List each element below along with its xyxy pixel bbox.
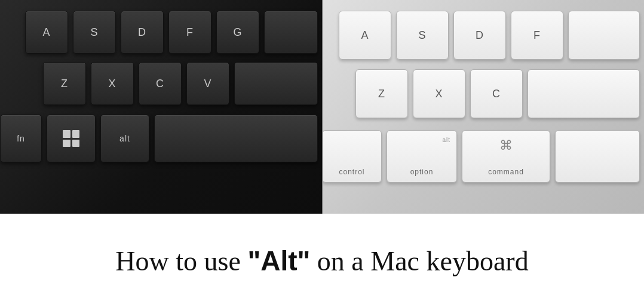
command-symbol-icon: ⌘ [499, 138, 513, 153]
keyboard-divider [322, 0, 323, 214]
light-key-command: ⌘ command [462, 130, 550, 183]
dark-key-g: G [216, 11, 259, 54]
dark-key-fn: fn [0, 115, 42, 162]
headline-suffix: on a Mac keyboard [310, 246, 528, 276]
light-keyboard: A S D F Z X C control alt option ⌘ comma… [322, 0, 644, 214]
keyboard-comparison: A S D F G Z X C V fn alt A S D F Z X C [0, 0, 644, 214]
headline-prefix: How to use [115, 246, 247, 276]
light-key-spacebar [555, 130, 640, 183]
light-key-c: C [470, 69, 523, 118]
dark-key-z: Z [43, 62, 86, 105]
light-key-z: Z [355, 69, 408, 118]
dark-key-f: F [168, 11, 211, 54]
dark-key-b [234, 62, 318, 105]
light-key-g-partial [568, 11, 640, 60]
dark-key-alt: alt [100, 115, 149, 162]
dark-key-d: D [121, 11, 164, 54]
dark-keyboard: A S D F G Z X C V fn alt [0, 0, 322, 214]
light-key-x: X [413, 69, 465, 118]
light-key-f: F [511, 11, 563, 60]
headline-highlight: "Alt" [247, 245, 310, 276]
light-key-partial [528, 69, 640, 118]
light-key-a: A [339, 11, 391, 60]
headline-text: How to use "Alt" on a Mac keyboard [115, 245, 528, 277]
windows-logo-icon [63, 130, 79, 147]
dark-key-x: X [91, 62, 134, 105]
light-key-d: D [453, 11, 506, 60]
dark-key-s: S [73, 11, 116, 54]
headline-section: How to use "Alt" on a Mac keyboard [0, 214, 644, 308]
light-key-option: alt option [387, 130, 457, 183]
dark-key-a: A [25, 11, 68, 54]
dark-key-h [264, 11, 318, 54]
dark-key-spacebar [154, 115, 318, 162]
dark-key-v: V [186, 62, 229, 105]
dark-key-c: C [139, 62, 182, 105]
light-key-s: S [396, 11, 449, 60]
dark-key-win [47, 115, 96, 162]
light-key-control: control [322, 130, 382, 183]
